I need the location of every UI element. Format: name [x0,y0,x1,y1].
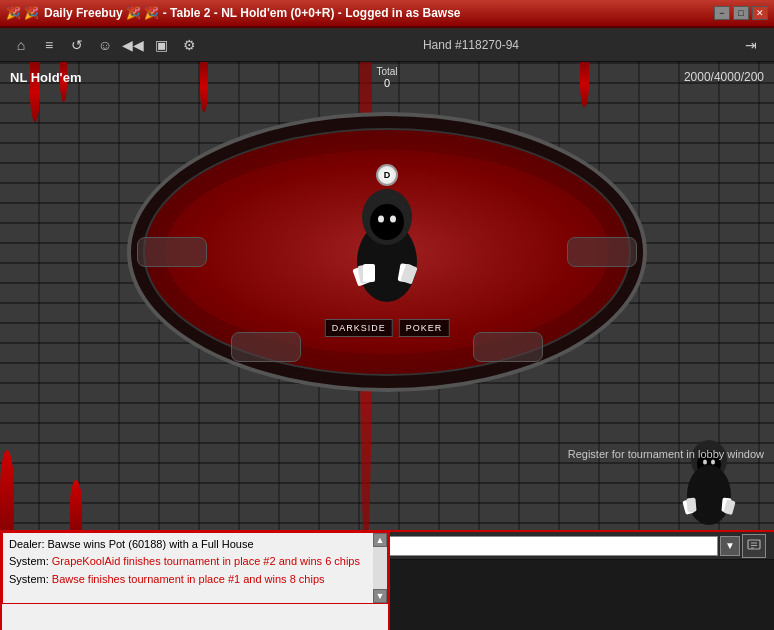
fire-icon-1: 🎉 [6,6,20,20]
header-bar: NL Hold'em Total 0 2000/4000/200 [0,62,774,92]
minimize-button[interactable]: − [714,6,730,20]
system-label-1: System: [9,555,52,567]
dealer-message: Dealer: Bawse wins Pot (60188) with a Fu… [9,538,254,550]
scroll-track [373,547,387,589]
total-box: Total 0 [376,66,397,89]
poker-table: D DARKSIDE P [127,112,647,392]
system-label-2: System: [9,573,52,585]
gear-button[interactable]: ⚙ [176,32,202,58]
register-text: Register for tournament in lobby window [568,448,764,460]
chat-messages: Dealer: Bawse wins Pot (60188) with a Fu… [2,532,388,604]
title-bar: 🎉 🎉 Daily Freebuy 🎉 🎉 - Table 2 - NL Hol… [0,0,774,28]
system-message-1: GrapeKoolAid finishes tournament in plac… [52,555,360,567]
chat-message-2: System: Bawse finishes tournament in pla… [9,572,367,587]
svg-point-4 [390,216,396,223]
blinds-info: 2000/4000/200 [684,70,764,84]
maximize-button[interactable]: □ [733,6,749,20]
chat-wrapper: Dealer: Bawse wins Pot (60188) with a Fu… [0,530,390,630]
blood-drip-7 [70,480,82,530]
window-title: Daily Freebuy 🎉 🎉 - Table 2 - NL Hold'em… [44,6,714,20]
toolbar: ⌂ ≡ ↺ ☺ ◀◀ ▣ ⚙ Hand #118270-94 ⇥ [0,28,774,62]
window-controls[interactable]: − □ ✕ [714,6,768,20]
player-figure [337,172,437,322]
scroll-up-button[interactable]: ▲ [373,533,387,547]
system-message-2: Bawse finishes tournament in place #1 an… [52,573,325,585]
chat-message-1: System: GrapeKoolAid finishes tournament… [9,554,367,569]
bottom-right-figure [674,430,744,530]
back-button[interactable]: ◀◀ [120,32,146,58]
close-button[interactable]: ✕ [752,6,768,20]
svg-point-14 [687,465,731,525]
hand-info: Hand #118270-94 [204,38,738,52]
fire-icon-2: 🎉 [24,6,38,20]
total-value: 0 [376,77,397,89]
seat-bottom-left [231,332,301,362]
box-button[interactable]: ▣ [148,32,174,58]
total-label: Total [376,66,397,77]
blood-drip-6 [0,450,14,530]
chat-icon-button[interactable] [742,534,766,558]
svg-point-13 [711,460,715,465]
svg-point-3 [378,216,384,223]
scroll-down-button[interactable]: ▼ [373,589,387,603]
menu-button[interactable]: ≡ [36,32,62,58]
svg-rect-16 [686,498,696,513]
svg-rect-7 [363,264,375,282]
svg-point-12 [703,460,707,465]
chat-send-button[interactable]: ▼ [720,536,740,556]
exit-button[interactable]: ⇥ [738,32,764,58]
refresh-button[interactable]: ↺ [64,32,90,58]
face-button[interactable]: ☺ [92,32,118,58]
chat-message-0: Dealer: Bawse wins Pot (60188) with a Fu… [9,537,367,552]
svg-point-2 [370,204,404,240]
chat-scrollbar[interactable]: ▲ ▼ [373,533,387,603]
home-button[interactable]: ⌂ [8,32,34,58]
dealer-button: D [376,164,398,186]
seat-bottom-right [473,332,543,362]
bottom-panel: ▼ Dealer: Bawse wins Pot (60188) with a … [0,530,774,630]
seat-left [137,237,207,267]
main-area: NL Hold'em Total 0 2000/4000/200 D [0,62,774,530]
game-type-label: NL Hold'em [10,70,81,85]
title-icons: 🎉 🎉 [6,6,38,20]
seat-right [567,237,637,267]
